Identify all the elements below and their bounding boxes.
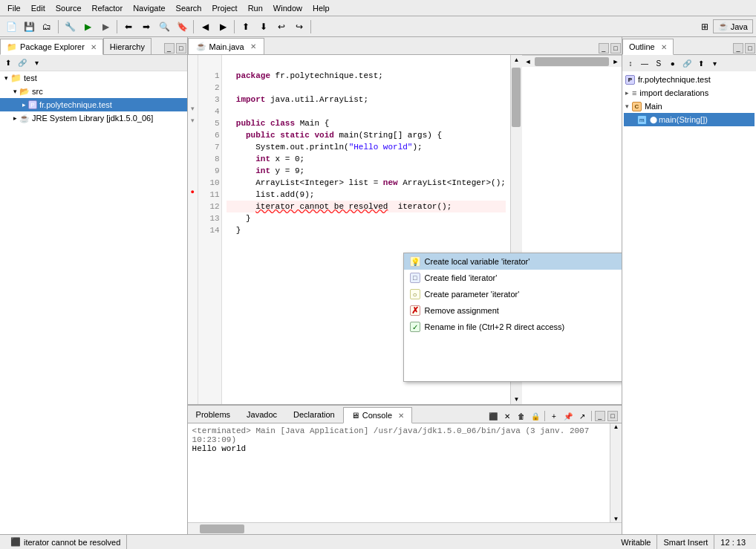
quickfix-item-0[interactable]: 💡 Create local variable 'iterator' <box>404 253 622 270</box>
bookmark-button[interactable]: 🔖 <box>174 19 190 35</box>
outline-collapse-btn[interactable]: ⬆ <box>694 56 708 70</box>
left-panel-minimize[interactable]: _ <box>164 43 175 53</box>
quickfix-item-2[interactable]: ○ Create parameter 'iterator' <box>404 286 622 302</box>
history-fwd-button[interactable]: ↪ <box>291 19 307 35</box>
view-menu-button[interactable]: ▾ <box>30 56 43 70</box>
console-hscroll-thumb[interactable] <box>200 524 244 533</box>
tab-console-close[interactable]: ✕ <box>398 412 404 420</box>
outline-hide-static-btn[interactable]: S <box>652 56 665 70</box>
menu-window[interactable]: Window <box>269 2 307 14</box>
console-scroll-lock-btn[interactable]: 🔒 <box>529 409 542 423</box>
console-pin-btn[interactable]: 📌 <box>561 409 575 423</box>
quickfix-item-1[interactable]: □ Create field 'iterator' <box>404 270 622 286</box>
save-all-button[interactable]: 🗂 <box>39 19 55 35</box>
tree-item-jre[interactable]: ▸ ☕ JRE System Library [jdk1.5.0_06] <box>0 111 187 125</box>
new-button[interactable]: 📄 <box>3 19 19 35</box>
tab-console[interactable]: 🖥 Console ✕ <box>343 407 412 423</box>
jre-expand-icon[interactable]: ▸ <box>10 114 19 122</box>
next-button[interactable]: ▶ <box>215 19 231 35</box>
console-vscrollbar[interactable]: ▲ ▼ <box>610 423 622 522</box>
menu-refactor[interactable]: Refactor <box>88 2 128 14</box>
bottom-panel-minimize[interactable]: _ <box>595 411 605 421</box>
outline-item-class[interactable]: ▾ C Main <box>624 100 755 113</box>
hscroll-right-btn[interactable]: ► <box>610 58 622 65</box>
tree-item-test[interactable]: 📁 test <box>0 71 187 85</box>
prev-edit-button[interactable]: ⬅ <box>120 19 137 35</box>
menu-source[interactable]: Source <box>51 2 86 14</box>
tab-javadoc[interactable]: Javadoc <box>238 406 285 423</box>
outline-hide-fields-btn[interactable]: — <box>638 56 651 70</box>
console-hscrollbar[interactable] <box>188 522 622 534</box>
hscroll-left-btn[interactable]: ◄ <box>522 58 534 65</box>
run-ext-button[interactable]: ▶ <box>97 19 114 35</box>
menu-edit[interactable]: Edit <box>27 2 50 14</box>
hscroll-thumb[interactable] <box>535 57 609 66</box>
editor-minimize[interactable]: _ <box>599 43 609 53</box>
save-button[interactable]: 💾 <box>21 19 37 35</box>
outline-item-method[interactable]: m ⬤ main(String[]) <box>624 113 755 126</box>
right-panel-minimize[interactable]: _ <box>733 43 743 53</box>
run-button[interactable]: ▶ <box>79 19 96 35</box>
quickfix-item-4[interactable]: ✓ Rename in file (Ctrl+2 R direct access… <box>404 319 622 335</box>
package-expand-icon[interactable]: ▸ <box>19 101 28 108</box>
collapse-all-button[interactable]: ⬆ <box>1 56 15 70</box>
tab-outline-close[interactable]: ✕ <box>661 43 667 51</box>
prev-button[interactable]: ◀ <box>197 19 213 35</box>
open-perspective-button[interactable]: ⊞ <box>697 19 713 35</box>
outline-item-imports[interactable]: ▸ ≡ import declarations <box>624 86 755 100</box>
menu-project[interactable]: Project <box>207 2 241 14</box>
console-scroll-up[interactable]: ▲ <box>610 423 622 430</box>
outline-hide-nonpub-btn[interactable]: ● <box>666 56 680 70</box>
vscroll-down-btn[interactable]: ▼ <box>513 394 519 404</box>
menu-file[interactable]: File <box>3 2 25 14</box>
editor-hscrollbar[interactable]: ◄ ► <box>522 55 622 67</box>
left-panel-maximize[interactable]: □ <box>176 43 186 53</box>
console-ext-btn[interactable]: ↗ <box>576 409 589 423</box>
tab-main-java-close[interactable]: ✕ <box>250 42 256 51</box>
history-back-button[interactable]: ↩ <box>273 19 290 35</box>
console-clear-btn[interactable]: 🗑 <box>515 409 528 423</box>
tab-declaration[interactable]: Declaration <box>285 406 343 423</box>
menu-search[interactable]: Search <box>172 2 206 14</box>
method-fold-icon[interactable] <box>191 117 195 124</box>
tab-package-explorer[interactable]: 📁 Package Explorer ✕ <box>0 39 103 55</box>
last-edit-button[interactable]: ⬆ <box>238 19 254 35</box>
vscroll-thumb[interactable] <box>512 68 521 127</box>
java-perspective[interactable]: ☕ Java <box>713 19 753 33</box>
outline-expand-class[interactable]: ▾ <box>625 103 629 110</box>
next-edit-button[interactable]: ➡ <box>138 19 154 35</box>
tree-item-package[interactable]: ▸ P fr.polytechnique.test <box>0 98 187 111</box>
menu-navigate[interactable]: Navigate <box>128 2 169 14</box>
vscroll-up-btn[interactable]: ▲ <box>513 55 519 65</box>
test-expand-icon[interactable] <box>1 74 10 82</box>
console-scroll-down[interactable]: ▼ <box>610 516 622 522</box>
editor-maximize[interactable]: □ <box>610 43 621 53</box>
tab-main-java[interactable]: ☕ Main.java ✕ <box>188 38 264 54</box>
src-expand-icon[interactable] <box>10 88 19 95</box>
debug-button[interactable]: 🔧 <box>62 19 78 35</box>
console-stop-btn[interactable]: ⬛ <box>486 409 500 423</box>
outline-expand-imports[interactable]: ▸ <box>625 89 629 97</box>
tree-item-src[interactable]: 📂 src <box>0 85 187 98</box>
outline-sync-btn[interactable]: 🔗 <box>680 56 694 70</box>
fold-gutter: ● <box>188 55 198 404</box>
next-edit2-button[interactable]: ⬇ <box>255 19 272 35</box>
bottom-panel-maximize[interactable]: □ <box>607 411 618 421</box>
console-new-btn[interactable]: + <box>547 409 561 423</box>
outline-item-package[interactable]: P fr.polytechnique.test <box>624 73 755 86</box>
outline-sort-btn[interactable]: ↕ <box>624 56 637 70</box>
right-panel-maximize[interactable]: □ <box>745 43 755 53</box>
menu-help[interactable]: Help <box>308 2 334 14</box>
tab-outline[interactable]: Outline ✕ <box>622 39 674 55</box>
tab-hierarchy[interactable]: Hierarchy <box>103 38 151 54</box>
outline-viewmenu-btn[interactable]: ▾ <box>708 56 722 70</box>
gutter-11 <box>188 174 198 186</box>
console-close-btn[interactable]: ✕ <box>501 409 514 423</box>
tab-package-explorer-close[interactable]: ✕ <box>91 43 97 51</box>
search-file-button[interactable]: 🔍 <box>156 19 172 35</box>
tab-problems[interactable]: Problems <box>188 406 238 423</box>
link-editor-button[interactable]: 🔗 <box>16 56 29 70</box>
menu-run[interactable]: Run <box>244 2 267 14</box>
quickfix-item-3[interactable]: ✗ Remove assignment <box>404 302 622 319</box>
class-fold-icon[interactable] <box>191 105 195 112</box>
